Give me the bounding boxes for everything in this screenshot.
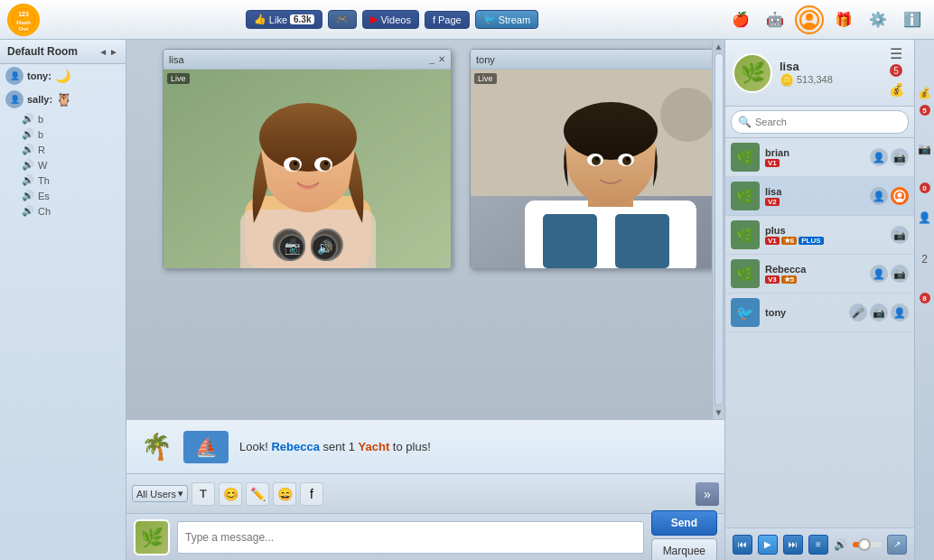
profile-coins: 🪙 513,348 xyxy=(780,73,878,87)
sticker-btn[interactable]: 😄 xyxy=(273,482,296,506)
marquee-button[interactable]: Marquee xyxy=(651,538,717,560)
chat-input[interactable] xyxy=(177,521,644,554)
main-area: Default Room ◄ ► 👤 tony: 🌙 👤 sally: 🦉 🔊 … xyxy=(0,40,934,560)
volume-r: 🔊 xyxy=(22,144,34,155)
coins-side-icon[interactable]: 💰 xyxy=(885,79,907,100)
notification-text: Look! Rebecca sent 1 Yacht to plus! xyxy=(239,440,431,453)
brian-cam-btn[interactable]: 📷 xyxy=(891,148,909,166)
fb-page-button[interactable]: f Page xyxy=(425,11,470,29)
list-item-brian[interactable]: 🌿 brian V1 👤 📷 xyxy=(725,138,914,177)
tony-video-content: Live xyxy=(471,70,724,268)
tony-ul-avatar: 🐦 xyxy=(731,298,760,327)
chat-msg-w: 🔊 W xyxy=(0,157,126,173)
coin-icon: 🪙 xyxy=(780,73,794,87)
lisa-cam-active-btn[interactable] xyxy=(891,187,909,205)
lisa-speaker-btn[interactable]: 🔊 xyxy=(311,234,338,261)
stream-label: Stream xyxy=(499,14,530,25)
tony-mic-btn[interactable]: 🎤 xyxy=(849,303,867,322)
text-format-btn[interactable]: T xyxy=(191,482,215,506)
share-btn[interactable]: ↗ xyxy=(887,535,907,555)
volume-slider[interactable] xyxy=(853,542,882,547)
left-panel: Default Room ◄ ► 👤 tony: 🌙 👤 sally: 🦉 🔊 … xyxy=(0,40,126,560)
search-input[interactable] xyxy=(731,110,909,134)
tony-friend-ul-btn[interactable]: 👤 xyxy=(891,303,909,322)
plus-info: plus V1 ★6 PLUS xyxy=(765,225,885,245)
rebecca-actions: 👤 📷 xyxy=(870,265,909,283)
lisa-friend-btn[interactable]: 👤 xyxy=(870,187,888,205)
apple-icon[interactable]: 🍎 xyxy=(726,5,755,34)
sally-name: sally: xyxy=(27,94,52,105)
rsp-icon-4[interactable]: 2 xyxy=(917,251,933,267)
chat-user-sally[interactable]: 👤 sally: 🦉 xyxy=(0,88,126,111)
profile-icon[interactable] xyxy=(795,5,824,34)
brian-friend-btn[interactable]: 👤 xyxy=(870,148,888,166)
header-icons: 🍎 🤖 🎁 ⚙️ ℹ️ xyxy=(726,5,927,34)
right-side-panel: 💰 5 📷 0 👤 2 8 xyxy=(914,40,934,560)
rsp-icon-2[interactable]: 📷 xyxy=(917,141,933,157)
volume-thumb[interactable] xyxy=(858,538,871,551)
rebecca-name: Rebecca xyxy=(765,264,864,275)
list-item-rebecca[interactable]: 🌿 Rebecca V3 ★5 👤 📷 xyxy=(725,255,914,294)
chat-msg-ch: 🔊 Ch xyxy=(0,203,126,219)
rebecca-avatar: 🌿 xyxy=(731,259,760,288)
skip-fwd-btn[interactable]: ⏭ xyxy=(783,535,803,555)
prev-room-arrow[interactable]: ◄ xyxy=(98,47,107,57)
playlist-btn[interactable]: ≡ xyxy=(808,535,828,555)
pen-btn[interactable]: ✏️ xyxy=(246,482,269,506)
videos-button[interactable]: ▶ Videos xyxy=(362,10,418,29)
lisa-video-titlebar: lisa _ ✕ xyxy=(163,50,451,70)
list-item-lisa[interactable]: 🌿 lisa V2 👤 xyxy=(725,177,914,216)
tony-video-title: tony xyxy=(476,54,495,65)
svg-point-22 xyxy=(660,88,715,142)
game-button[interactable]: 🎮 xyxy=(328,10,357,29)
video-scrollbar[interactable]: ▲ ▼ xyxy=(712,40,724,419)
plus-avatar: 🌿 xyxy=(731,220,760,249)
gift-icon[interactable]: 🎁 xyxy=(829,5,858,34)
toolbar-expand-btn[interactable]: » xyxy=(696,482,719,506)
svg-rect-24 xyxy=(543,214,597,268)
notification-bar: 🌴 ⛵ Look! Rebecca sent 1 Yacht to plus! xyxy=(126,419,724,473)
sally-avatar: 👤 xyxy=(5,90,23,108)
rebecca-cam-btn[interactable]: 📷 xyxy=(891,265,909,283)
settings-icon[interactable]: ⚙️ xyxy=(864,5,892,34)
lisa-resize-handle[interactable]: ⤡ xyxy=(442,254,451,266)
rsp-icon-3[interactable]: 👤 xyxy=(917,210,933,226)
fb-like-button[interactable]: 👍 Like 6.3k xyxy=(246,10,323,29)
lisa-close-btn[interactable]: ✕ xyxy=(438,54,445,64)
tony-emoji: 🌙 xyxy=(55,69,70,83)
stream-button[interactable]: 🐦 Stream xyxy=(475,10,538,29)
lisa-minimize-btn[interactable]: _ xyxy=(429,54,434,64)
plus-actions: 📷 xyxy=(891,226,909,244)
plus-badges: V1 ★6 PLUS xyxy=(765,237,885,245)
emoji-btn[interactable]: 😊 xyxy=(219,482,242,506)
chat-user-tony[interactable]: 👤 tony: 🌙 xyxy=(0,64,126,88)
android-icon[interactable]: 🤖 xyxy=(761,5,789,34)
fb-share-btn[interactable]: f xyxy=(300,482,323,506)
menu-icon[interactable]: ☰ xyxy=(890,45,902,62)
logo: 123 Flash Chat xyxy=(7,4,43,36)
lisa-cam-btn[interactable]: 📷 xyxy=(278,234,305,261)
tony-actions: 🎤 📷 👤 xyxy=(849,303,909,322)
list-item-tony[interactable]: 🐦 tony 🎤 📷 👤 xyxy=(725,294,914,332)
next-room-arrow[interactable]: ► xyxy=(109,47,118,57)
tony-cam-ul-btn[interactable]: 📷 xyxy=(870,303,888,322)
right-panel: 🌿 lisa 🪙 513,348 ☰ 5 💰 🔍 xyxy=(724,40,914,560)
scroll-thumb[interactable] xyxy=(715,53,724,406)
rebecca-friend-btn[interactable]: 👤 xyxy=(870,265,888,283)
scroll-down-arrow[interactable]: ▼ xyxy=(715,407,724,417)
list-item-plus[interactable]: 🌿 plus V1 ★6 PLUS 📷 xyxy=(725,216,914,255)
rsp-icon-1[interactable]: 💰 xyxy=(917,85,933,101)
scroll-up-arrow[interactable]: ▲ xyxy=(715,42,724,51)
msg-w: W xyxy=(38,160,47,171)
svg-point-18 xyxy=(294,162,297,165)
info-icon[interactable]: ℹ️ xyxy=(898,5,927,34)
play-btn[interactable]: ▶ xyxy=(758,535,778,555)
rebecca-info: Rebecca V3 ★5 xyxy=(765,264,864,284)
skip-back-btn[interactable]: ⏮ xyxy=(733,535,752,555)
send-button[interactable]: Send xyxy=(651,510,717,536)
lisa-video-title: lisa xyxy=(169,54,184,65)
plus-cam-btn[interactable]: 📷 xyxy=(891,226,909,244)
input-buttons: Send Marquee xyxy=(651,510,717,560)
dropdown-arrow-icon: ▾ xyxy=(178,488,183,499)
all-users-select[interactable]: All Users ▾ xyxy=(132,485,188,502)
